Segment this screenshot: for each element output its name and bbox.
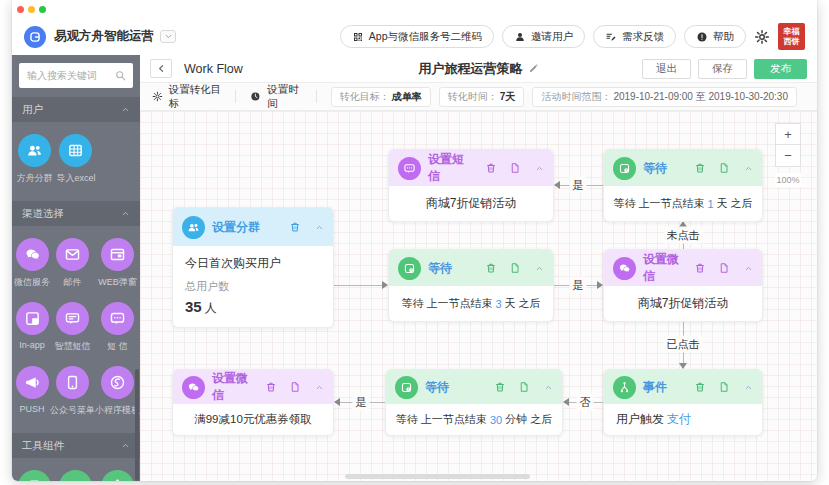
sidebar-item-wechat-service[interactable]: 微信服务 bbox=[14, 238, 50, 289]
wechat-icon bbox=[613, 257, 636, 280]
collapse-node-icon[interactable] bbox=[535, 164, 544, 173]
sidebar-item-import-excel[interactable]: 导入excel bbox=[55, 134, 96, 185]
collapse-node-icon[interactable] bbox=[544, 383, 553, 392]
collapse-node-icon[interactable] bbox=[744, 164, 753, 173]
set-conversion-goal-button[interactable]: 设置转化目标 bbox=[152, 83, 221, 111]
sidebar-item-sms[interactable]: 短 信 bbox=[95, 302, 140, 353]
sidebar-item-event[interactable]: 事 件 bbox=[97, 470, 138, 481]
sidebar-item-filter[interactable]: 过滤器 bbox=[55, 470, 96, 481]
copy-node-icon[interactable] bbox=[289, 381, 301, 393]
feedback-button[interactable]: 需求反馈 bbox=[593, 25, 676, 48]
edit-pencil-icon[interactable] bbox=[528, 63, 539, 74]
invite-user-button[interactable]: 邀请用户 bbox=[502, 25, 585, 48]
sidebar-item-wait[interactable]: 等待 bbox=[14, 470, 55, 481]
qr-code-button[interactable]: App与微信服务号二维码 bbox=[340, 25, 494, 48]
delete-node-icon[interactable] bbox=[694, 262, 706, 274]
sidebar-item-miniprogram-template[interactable]: 小程序模板 bbox=[95, 366, 140, 417]
chevron-up-icon bbox=[121, 105, 130, 114]
node-set-segment[interactable]: 设置分群 今日首次购买用户 总用户数 35人 bbox=[172, 207, 334, 328]
close-window-button[interactable] bbox=[17, 6, 24, 13]
event-link[interactable]: 支付 bbox=[667, 411, 691, 428]
in-app-icon bbox=[16, 302, 49, 335]
campaign-date-range-pill[interactable]: 活动时间范围： 2019-10-21-09:00 至 2019-10-30-20… bbox=[532, 87, 797, 107]
settings-gear-icon[interactable] bbox=[754, 29, 770, 45]
component-sidebar: 用户 方舟分群 导入excel 渠道选择 微信 bbox=[12, 55, 140, 481]
node-wait-3-days[interactable]: 等待 等待 上一节点结束3天 之后 bbox=[388, 249, 554, 322]
sidebar-item-smart-sms[interactable]: 智慧短信 bbox=[50, 302, 95, 353]
delete-node-icon[interactable] bbox=[485, 262, 497, 274]
sidebar-section-tools[interactable]: 工具组件 bbox=[12, 433, 140, 458]
branch-icon bbox=[613, 376, 636, 399]
mail-icon bbox=[56, 238, 89, 271]
exit-button[interactable]: 退出 bbox=[642, 59, 691, 79]
search-icon[interactable] bbox=[114, 69, 127, 82]
users-icon bbox=[18, 134, 51, 167]
copy-node-icon[interactable] bbox=[718, 262, 730, 274]
copy-node-icon[interactable] bbox=[718, 162, 730, 174]
maximize-window-button[interactable] bbox=[39, 6, 46, 13]
edge-no-label: 否 bbox=[577, 394, 594, 411]
collapse-node-icon[interactable] bbox=[744, 264, 753, 273]
delete-node-icon[interactable] bbox=[694, 381, 706, 393]
edge-not-clicked-label: 未点击 bbox=[664, 227, 703, 244]
conversion-goal-pill[interactable]: 转化目标： 成单率 bbox=[331, 87, 431, 107]
delete-node-icon[interactable] bbox=[265, 381, 277, 393]
sidebar-section-users[interactable]: 用户 bbox=[12, 97, 140, 122]
save-button[interactable]: 保存 bbox=[698, 59, 747, 79]
copy-node-icon[interactable] bbox=[718, 381, 730, 393]
node-wait-1-day[interactable]: 等待 等待 上一节点结束1天 之后 bbox=[603, 149, 763, 222]
copy-node-icon[interactable] bbox=[509, 262, 521, 274]
sidebar-item-web-popup[interactable]: WEB弹窗 bbox=[95, 238, 140, 289]
sms-icon bbox=[398, 157, 421, 180]
zoom-out-button[interactable]: − bbox=[775, 145, 801, 167]
collapse-node-icon[interactable] bbox=[315, 383, 324, 392]
workflow-canvas[interactable]: + − 100% 是 是 未点击 已点击 bbox=[140, 111, 817, 481]
wechat-icon bbox=[182, 376, 205, 399]
wait-icon bbox=[613, 157, 636, 180]
segment-count: 35人 bbox=[185, 298, 321, 317]
copy-node-icon[interactable] bbox=[509, 162, 521, 174]
back-button[interactable] bbox=[150, 59, 172, 78]
phone-icon bbox=[56, 366, 89, 399]
publish-button[interactable]: 发布 bbox=[754, 59, 807, 79]
window-icon bbox=[101, 238, 134, 271]
canvas-horizontal-scrollbar[interactable] bbox=[345, 474, 530, 479]
sidebar-item-in-app[interactable]: In-app bbox=[14, 302, 50, 353]
sidebar-section-channels[interactable]: 渠道选择 bbox=[12, 201, 140, 226]
delete-node-icon[interactable] bbox=[494, 381, 506, 393]
node-set-wechat-promo[interactable]: 设置微信 商城7折促销活动 bbox=[603, 249, 763, 322]
qr-code-icon bbox=[352, 31, 364, 43]
conversion-window-pill[interactable]: 转化时间： 7天 bbox=[439, 87, 525, 107]
segment-count-label: 总用户数 bbox=[185, 279, 321, 294]
wait-icon bbox=[395, 376, 418, 399]
sidebar-item-official-account-menu[interactable]: 公众号菜单 bbox=[50, 366, 95, 417]
set-time-button[interactable]: 设置时间 bbox=[250, 83, 302, 111]
sidebar-item-ark-segment[interactable]: 方舟分群 bbox=[14, 134, 55, 185]
collapse-node-icon[interactable] bbox=[535, 264, 544, 273]
edge-yes-label: 是 bbox=[570, 177, 587, 194]
delete-node-icon[interactable] bbox=[485, 162, 497, 174]
node-event-pay[interactable]: 事件 用户触发支付 bbox=[603, 369, 763, 436]
node-set-wechat-coupon[interactable]: 设置微信 满99减10元优惠券领取 bbox=[172, 369, 334, 436]
segment-name: 今日首次购买用户 bbox=[185, 255, 321, 272]
sidebar-scrollbar[interactable] bbox=[135, 369, 139, 481]
sidebar-item-email[interactable]: 邮件 bbox=[50, 238, 95, 289]
copy-node-icon[interactable] bbox=[518, 381, 530, 393]
help-button[interactable]: 帮助 bbox=[684, 25, 746, 48]
node-set-sms[interactable]: 设置短信 商城7折促销活动 bbox=[388, 149, 554, 222]
collapse-node-icon[interactable] bbox=[315, 223, 324, 232]
sms-icon bbox=[101, 302, 134, 335]
minimize-window-button[interactable] bbox=[28, 6, 35, 13]
user-icon bbox=[514, 31, 526, 43]
node-wait-30-minutes[interactable]: 等待 等待 上一节点结束30分钟 之后 bbox=[385, 369, 563, 436]
app-switcher-dropdown[interactable] bbox=[160, 30, 176, 43]
wait-icon bbox=[398, 257, 421, 280]
users-icon bbox=[182, 216, 205, 239]
arrowhead bbox=[554, 181, 560, 189]
zoom-in-button[interactable]: + bbox=[775, 123, 801, 145]
delete-node-icon[interactable] bbox=[694, 162, 706, 174]
sidebar-item-push[interactable]: PUSH bbox=[14, 366, 50, 417]
workflow-toolbar: 设置转化目标 设置时间 转化目标： 成单率 转化时间： 7天 活动时间范围： bbox=[140, 83, 817, 111]
collapse-node-icon[interactable] bbox=[744, 383, 753, 392]
delete-node-icon[interactable] bbox=[289, 221, 301, 233]
